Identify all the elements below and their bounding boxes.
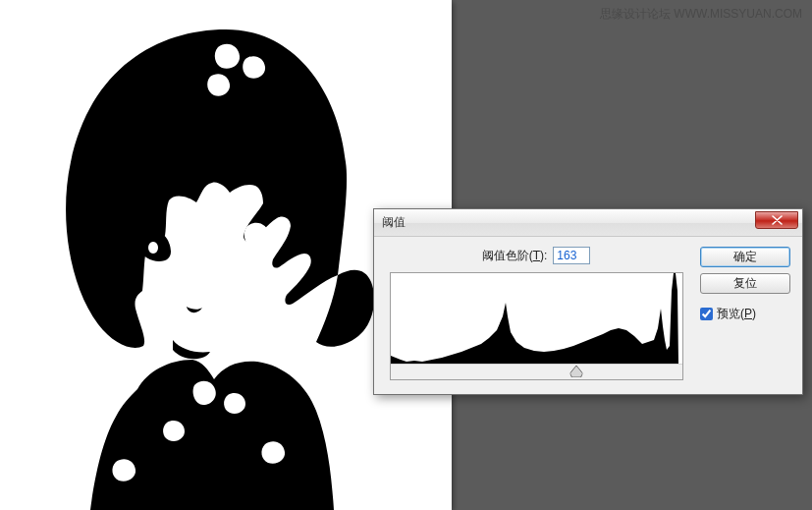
ok-button[interactable]: 确定 xyxy=(700,247,790,267)
dialog-titlebar[interactable]: 阈值 xyxy=(374,209,802,237)
close-button[interactable] xyxy=(755,211,798,229)
dialog-body: 阈值色阶(T): xyxy=(374,237,802,394)
threshold-dialog: 阈值 阈值色阶(T): xyxy=(373,208,803,395)
threshold-level-input[interactable] xyxy=(553,247,590,264)
threshold-level-label: 阈值色阶(T): xyxy=(482,248,548,264)
dialog-title: 阈值 xyxy=(374,214,406,231)
histogram-panel xyxy=(390,272,683,380)
watermark-text: 思缘设计论坛 WWW.MISSYUAN.COM xyxy=(600,6,802,23)
reset-button[interactable]: 复位 xyxy=(700,273,790,294)
dialog-main: 阈值色阶(T): xyxy=(386,247,686,380)
close-icon xyxy=(772,215,783,225)
threshold-slider-track[interactable] xyxy=(391,364,682,379)
threshold-level-row: 阈值色阶(T): xyxy=(386,247,686,264)
preview-checkbox[interactable] xyxy=(700,308,713,320)
preview-label: 预览(P) xyxy=(717,306,756,322)
dialog-side: 确定 复位 预览(P) xyxy=(686,247,790,380)
threshold-slider-handle[interactable] xyxy=(570,366,583,377)
histogram-chart xyxy=(391,273,682,364)
preview-row[interactable]: 预览(P) xyxy=(700,306,790,322)
